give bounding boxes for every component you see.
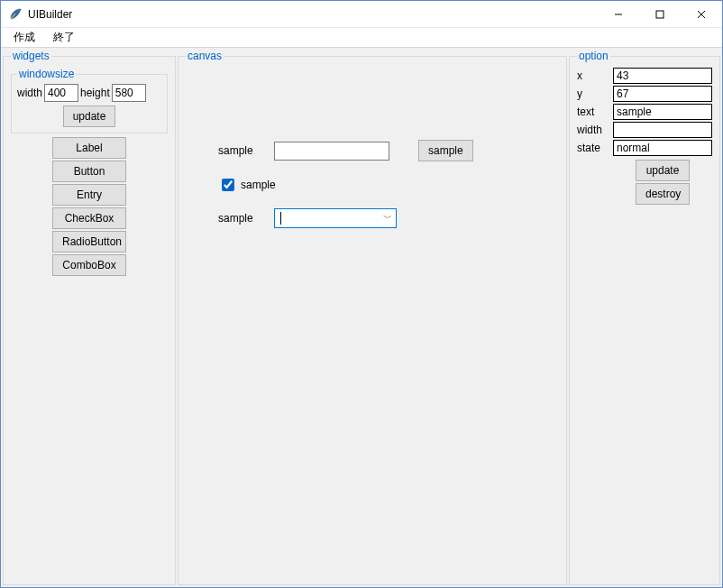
option-x-input[interactable] (613, 68, 712, 84)
minimize-button[interactable] (598, 1, 639, 28)
windowsize-update-button[interactable]: update (63, 106, 116, 127)
minimize-icon (614, 10, 623, 19)
windowsize-group: windowsize width height update (11, 68, 168, 133)
canvas-sample-checkbox[interactable]: sample (218, 176, 276, 194)
add-radiobutton-button[interactable]: RadioButton (52, 231, 126, 253)
option-legend: option (577, 50, 610, 62)
canvas-sample-entry[interactable] (274, 142, 389, 161)
width-input[interactable] (44, 84, 78, 102)
menu-create[interactable]: 作成 (5, 28, 44, 47)
titlebar: UIBuilder (1, 1, 722, 28)
add-combobox-button[interactable]: ComboBox (52, 254, 126, 276)
add-button-button[interactable]: Button (52, 161, 126, 182)
height-label: height (80, 87, 110, 99)
chevron-down-icon: ﹀ (383, 212, 392, 225)
add-checkbox-button[interactable]: CheckBox (52, 207, 126, 229)
add-entry-button[interactable]: Entry (52, 184, 126, 206)
option-destroy-button[interactable]: destroy (636, 183, 690, 205)
add-label-button[interactable]: Label (52, 137, 126, 159)
canvas-sample-label-1[interactable]: sample (218, 144, 263, 157)
option-state-input[interactable] (613, 140, 712, 156)
window-title: UIBuilder (28, 8, 598, 21)
canvas-sample-checkbox-input[interactable] (222, 179, 234, 191)
application-window: UIBuilder 作成 終了 widgets windowsize width… (0, 0, 723, 588)
canvas-sample-button[interactable]: sample (418, 140, 473, 161)
option-panel: option x y text width state update destr… (569, 50, 720, 585)
maximize-icon (655, 10, 664, 19)
width-label: width (17, 87, 42, 99)
widget-list: Label Button Entry CheckBox RadioButton … (11, 137, 168, 276)
option-update-button[interactable]: update (636, 160, 690, 181)
content-area: widgets windowsize width height update L… (1, 48, 722, 587)
canvas-area[interactable]: sample sample sample sample ﹀ (186, 75, 559, 577)
close-icon (697, 10, 706, 19)
menubar: 作成 終了 (1, 28, 722, 48)
canvas-sample-checkbox-label: sample (241, 179, 276, 191)
option-text-label: text (577, 106, 609, 118)
menu-quit[interactable]: 終了 (44, 28, 84, 47)
option-y-label: y (577, 87, 609, 100)
widgets-legend: widgets (11, 50, 51, 62)
canvas-panel: canvas sample sample sample sample (178, 50, 567, 585)
widgets-panel: widgets windowsize width height update L… (3, 50, 176, 585)
svg-rect-1 (656, 11, 664, 18)
windowsize-legend: windowsize (17, 68, 76, 80)
canvas-legend: canvas (186, 50, 224, 62)
option-width-label: width (577, 124, 609, 136)
option-text-input[interactable] (613, 104, 712, 120)
height-input[interactable] (112, 84, 146, 102)
maximize-button[interactable] (639, 1, 681, 28)
option-state-label: state (577, 142, 609, 154)
option-y-input[interactable] (613, 86, 712, 102)
text-cursor (280, 212, 281, 225)
close-button[interactable] (681, 1, 722, 28)
option-width-input[interactable] (613, 122, 712, 138)
canvas-sample-label-2[interactable]: sample (218, 212, 263, 225)
app-icon (8, 7, 23, 22)
canvas-sample-combobox[interactable]: ﹀ (274, 208, 397, 228)
option-x-label: x (577, 69, 609, 82)
